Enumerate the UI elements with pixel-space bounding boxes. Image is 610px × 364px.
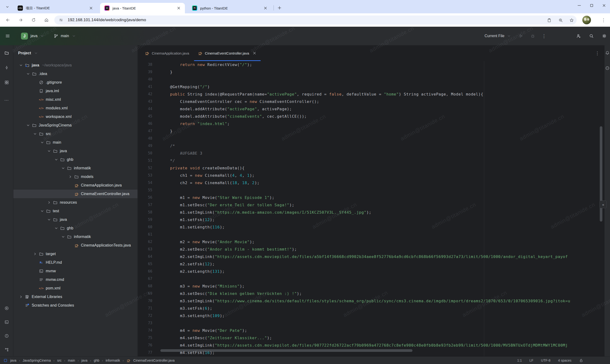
project-selector[interactable]: java <box>30 27 45 45</box>
tree-item-informatik[interactable]: informatik <box>13 233 138 241</box>
tool-terminal-icon[interactable] <box>3 319 10 325</box>
tree-item-ghb[interactable]: ghb <box>13 224 138 233</box>
chevron-right-icon[interactable] <box>47 200 52 205</box>
tree-item-mvnw.cmd[interactable]: mvnw.cmd <box>13 275 138 284</box>
breadcrumb-item[interactable]: informatik <box>105 359 120 362</box>
code-editor[interactable]: 38 return new RedirectView("/");39 }4041… <box>138 61 604 356</box>
tree-item-misc.xml[interactable]: </> misc.xml <box>13 95 138 104</box>
chevron-down-icon[interactable] <box>19 63 23 68</box>
breadcrumb-item[interactable]: java <box>81 359 88 362</box>
project-badge[interactable]: J <box>21 33 28 39</box>
tree-item-models[interactable]: models <box>13 172 138 181</box>
chevron-down-icon[interactable] <box>61 234 65 239</box>
tree-item-CinemaEventController.java[interactable]: CinemaEventController.java <box>13 190 138 198</box>
horizontal-scrollbar[interactable] <box>160 349 413 352</box>
home-button[interactable] <box>43 16 50 24</box>
debug-button[interactable] <box>530 33 536 39</box>
chevron-right-icon[interactable] <box>33 252 38 256</box>
window-minimize-button[interactable] <box>575 1 583 10</box>
tree-item-External-Libraries[interactable]: External Libraries <box>13 293 138 301</box>
tree-item-java[interactable]: java <box>13 215 138 224</box>
tool-version-control-icon[interactable] <box>3 346 10 353</box>
breadcrumb-item[interactable]: JavaSpringCinema <box>23 359 51 362</box>
settings-button[interactable] <box>601 33 607 39</box>
browser-menu-button[interactable]: ⋮ <box>600 16 607 24</box>
clipboard-icon[interactable] <box>546 17 552 23</box>
tree-item-HELP.md[interactable]: M↓ HELP.md <box>13 258 138 267</box>
window-close-button[interactable] <box>600 1 608 10</box>
tool-structure-icon[interactable] <box>3 79 10 86</box>
tree-item-workspace.xml[interactable]: </> workspace.xml <box>13 112 138 121</box>
chevron-down-icon[interactable] <box>26 123 30 128</box>
reload-button[interactable] <box>30 16 37 24</box>
lock-open-icon[interactable] <box>579 358 583 363</box>
breadcrumb-item[interactable]: main <box>68 359 75 362</box>
tree-item-JavaSpringCinema[interactable]: JavaSpringCinema <box>13 121 138 130</box>
tool-problems-icon[interactable] <box>3 333 10 339</box>
tree-item-src[interactable]: src <box>13 130 138 138</box>
chevron-down-icon[interactable] <box>47 149 52 153</box>
chevron-down-icon[interactable] <box>61 166 65 170</box>
browser-tab-2[interactable]: PC python - TitanIDE <box>188 3 272 13</box>
tree-item-informatik[interactable]: informatik <box>13 164 138 172</box>
project-panel-header[interactable]: Project <box>13 45 138 61</box>
tree-item-.gitignore[interactable]: .gitignore <box>13 78 138 87</box>
editor-area[interactable]: CinemaApplication.java CinemaEventContro… <box>138 45 604 356</box>
run-button[interactable] <box>518 33 524 39</box>
run-config-selector[interactable]: Current File <box>484 33 512 39</box>
tree-item-target[interactable]: target <box>13 250 138 258</box>
chevron-down-icon[interactable] <box>54 157 59 162</box>
tree-item-java.iml[interactable]: java.iml <box>13 87 138 95</box>
tab-close-icon[interactable] <box>263 5 268 11</box>
main-menu-button[interactable] <box>4 32 12 40</box>
notifications-icon[interactable] <box>604 50 610 56</box>
breadcrumb-item[interactable]: ghb <box>94 359 99 362</box>
browser-tab-0[interactable]: <t> 项目 - TitanIDE <box>13 3 97 13</box>
breadcrumb-item[interactable]: java <box>10 359 16 362</box>
tool-commit-icon[interactable] <box>3 64 10 71</box>
tree-item-main[interactable]: main <box>13 138 138 147</box>
status-item[interactable]: LF <box>530 359 533 362</box>
tab-close-icon[interactable] <box>176 5 182 11</box>
breadcrumb-item[interactable]: src <box>57 359 62 362</box>
browser-tab-1[interactable]: IJ java - TitanIDE <box>100 3 185 13</box>
tool-project-folder-icon[interactable] <box>3 50 10 56</box>
status-item[interactable]: 4 spaces <box>558 359 571 362</box>
new-tab-button[interactable] <box>276 4 283 12</box>
address-bar[interactable]: 192.168.101.144/ide/web/coding/java/demo <box>54 15 577 25</box>
chevron-down-icon[interactable] <box>54 226 59 231</box>
chevron-down-icon[interactable] <box>40 209 45 213</box>
editor-tab-1[interactable]: CinemaEventController.java <box>194 45 261 61</box>
tree-item-pom.xml[interactable]: </> pom.xml <box>13 284 138 293</box>
tab-search-icon[interactable] <box>4 3 11 11</box>
back-button[interactable] <box>4 16 12 24</box>
tree-item-modules.xml[interactable]: </> modules.xml <box>13 104 138 112</box>
search-everywhere-button[interactable] <box>588 33 595 39</box>
tree-item-test[interactable]: test <box>13 207 138 215</box>
tree-item-.idea[interactable]: .idea <box>13 70 138 78</box>
chevron-down-icon[interactable] <box>26 71 30 76</box>
tree-item-mvnw[interactable]: mvnw <box>13 267 138 275</box>
chevron-down-icon[interactable] <box>47 217 52 222</box>
breadcrumb-item[interactable]: CinemaEventController.java <box>133 359 175 362</box>
tool-more-tools-icon[interactable]: ⋯ <box>3 97 10 104</box>
branch-selector[interactable]: main <box>53 27 77 45</box>
zoom-page-icon[interactable] <box>558 17 564 23</box>
chevron-right-icon[interactable] <box>19 294 23 299</box>
tree-item-CinemaApplicationTests.java[interactable]: CinemaApplicationTests.java <box>13 241 138 250</box>
chevron-down-icon[interactable] <box>33 131 38 136</box>
tree-item-Scratches-and-Consoles[interactable]: Scratches and Consoles <box>13 301 138 310</box>
collapse-panel-button[interactable]: « <box>599 201 607 208</box>
tree-item-resources[interactable]: resources <box>13 198 138 207</box>
status-item[interactable]: UTF-8 <box>541 359 550 362</box>
browser-profile-avatar[interactable] <box>582 16 591 24</box>
editor-tab-0[interactable]: CinemaApplication.java <box>140 45 194 61</box>
forward-button[interactable] <box>17 16 24 24</box>
chevron-right-icon[interactable] <box>68 174 73 179</box>
status-item[interactable]: 1:1 <box>517 359 522 362</box>
chevron-down-icon[interactable] <box>40 140 45 145</box>
window-maximize-button[interactable] <box>588 1 596 10</box>
more-actions-button[interactable]: ⋮ <box>542 33 546 39</box>
site-settings-icon[interactable] <box>58 17 64 23</box>
tab-close-icon[interactable] <box>252 51 257 55</box>
